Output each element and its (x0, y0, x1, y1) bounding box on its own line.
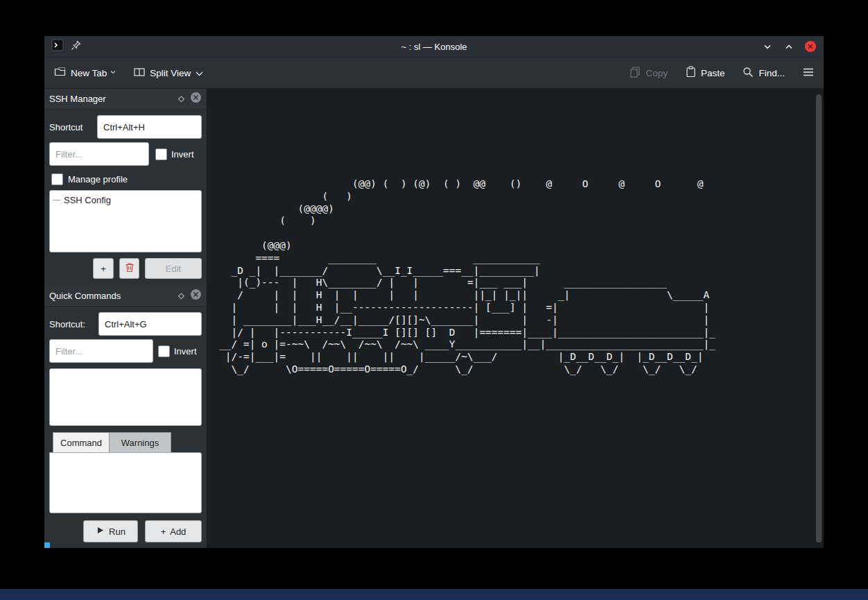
window-content: SSH Manager Shortcut (44, 89, 824, 548)
quick-commands-panel-header: Quick Commands (44, 286, 207, 307)
minimize-button[interactable] (761, 40, 774, 53)
ssh-invert-label: Invert (171, 149, 194, 160)
desktop-background: ~ : sl — Konsole New T (0, 0, 868, 600)
tab-command[interactable]: Command (53, 432, 110, 452)
run-button-label: Run (109, 526, 125, 537)
close-panel-icon[interactable] (190, 289, 202, 303)
desktop-panel-strip (0, 589, 868, 600)
run-icon (96, 526, 105, 537)
terminal-scrollbar[interactable] (816, 94, 822, 542)
ssh-shortcut-input[interactable] (97, 115, 202, 139)
manage-profile-checkbox[interactable] (51, 173, 63, 185)
terminal-output-sl-train: (@@) ( ) (@) ( ) @@ () @ O @ O @ ( ) (@@… (219, 178, 715, 376)
manage-profile-label: Manage profile (68, 174, 128, 185)
ssh-delete-button[interactable] (119, 258, 139, 279)
new-tab-label: New Tab (71, 68, 107, 78)
new-tab-icon (54, 67, 66, 79)
qc-shortcut-input[interactable] (98, 312, 202, 336)
ssh-manager-panel-header: SSH Manager (44, 89, 207, 110)
ssh-edit-button[interactable]: Edit (145, 258, 202, 279)
pin-icon[interactable] (71, 40, 81, 53)
edit-button-label: Edit (166, 264, 181, 274)
qc-command-list[interactable] (49, 368, 202, 426)
tree-branch-icon (53, 200, 60, 200)
find-label: Find... (758, 68, 785, 78)
tree-item-ssh-config[interactable]: SSH Config (50, 191, 201, 205)
tab-warnings-label: Warnings (121, 438, 159, 448)
qc-shortcut-label: Shortcut: (49, 319, 85, 329)
qc-add-button[interactable]: + Add (145, 520, 202, 542)
maximize-button[interactable] (783, 40, 795, 53)
main-toolbar: New Tab Split View (44, 58, 824, 89)
qc-run-button[interactable]: Run (83, 520, 138, 542)
new-tab-dropdown-icon (110, 66, 116, 76)
window-title: ~ : sl — Konsole (44, 42, 824, 52)
terminal-view[interactable]: (@@) ( ) (@) ( ) @@ () @ O @ O @ ( ) (@@… (207, 89, 824, 548)
qc-invert-label: Invert (174, 346, 197, 357)
ssh-filter-input[interactable] (49, 142, 149, 166)
qc-filter-input[interactable] (49, 339, 153, 363)
split-view-icon (134, 67, 145, 79)
add-button-label: Add (170, 526, 186, 537)
tab-warnings[interactable]: Warnings (110, 432, 171, 452)
focus-accent-corner (44, 542, 50, 548)
copy-button[interactable]: Copy (630, 67, 668, 80)
ssh-shortcut-label: Shortcut (49, 122, 83, 132)
qc-tab-bar: Command Warnings (53, 432, 171, 452)
quick-commands-title: Quick Commands (49, 291, 177, 301)
tree-item-label: SSH Config (64, 195, 111, 205)
titlebar[interactable]: ~ : sl — Konsole (44, 36, 824, 58)
paste-icon (686, 66, 696, 80)
konsole-app-icon (51, 39, 64, 54)
qc-invert-checkbox[interactable] (158, 345, 170, 357)
split-view-label: Split View (150, 68, 191, 78)
float-panel-icon[interactable] (177, 290, 185, 302)
split-view-button[interactable]: Split View (134, 67, 203, 79)
hamburger-menu-button[interactable] (803, 68, 814, 78)
plus-icon: + (101, 264, 106, 274)
copy-label: Copy (645, 68, 668, 78)
new-tab-button[interactable]: New Tab (54, 66, 116, 80)
ssh-invert-checkbox[interactable] (155, 148, 167, 160)
konsole-window: ~ : sl — Konsole New T (44, 36, 824, 548)
trash-icon (125, 262, 134, 275)
sidebar: SSH Manager Shortcut (44, 89, 207, 548)
ssh-config-tree[interactable]: SSH Config (49, 190, 202, 252)
ssh-add-button[interactable]: + (93, 258, 114, 279)
tab-command-label: Command (60, 438, 102, 448)
paste-label: Paste (701, 68, 725, 78)
find-button[interactable]: Find... (743, 67, 785, 80)
hamburger-icon (803, 68, 814, 78)
close-button[interactable] (804, 40, 817, 53)
search-icon (743, 67, 754, 80)
paste-button[interactable]: Paste (686, 66, 725, 80)
copy-icon (630, 67, 641, 80)
float-panel-icon[interactable] (177, 93, 185, 105)
close-panel-icon[interactable] (190, 92, 202, 106)
ssh-manager-title: SSH Manager (49, 94, 177, 104)
plus-icon: + (161, 526, 166, 537)
chevron-down-icon (196, 68, 203, 78)
qc-command-editor[interactable] (49, 452, 202, 513)
